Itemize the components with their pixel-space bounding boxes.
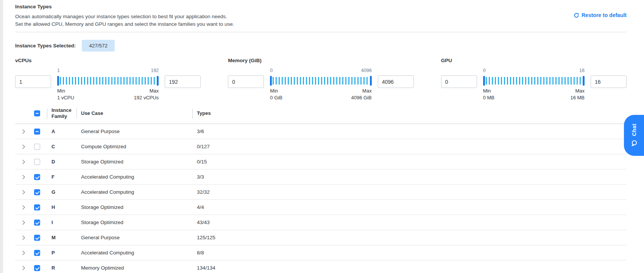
panel-header: Instance Types Ocean automatically manag… (15, 4, 627, 32)
select-all-checkbox[interactable] (34, 110, 40, 116)
max-label: Max (570, 88, 585, 94)
table-row: A General Purpose 3/6 (15, 124, 627, 139)
slider-min-value: 1 (57, 68, 60, 75)
header-checkbox-cell (30, 110, 47, 116)
instance-family-cell: G (47, 189, 76, 195)
types-cell: 32/32 (192, 189, 627, 195)
types-cell: 3/3 (192, 174, 627, 180)
instance-family-cell: D (47, 159, 76, 165)
instance-family-cell: I (47, 220, 76, 225)
slider-min-handle[interactable] (57, 76, 59, 86)
slider-track[interactable] (57, 76, 159, 86)
slider-min-handle[interactable] (270, 76, 272, 86)
slider-max-handle[interactable] (157, 76, 159, 86)
chat-bubble-icon (630, 140, 638, 147)
slider-title: Memory (GiB) (228, 58, 413, 63)
max-value-input[interactable] (591, 75, 627, 88)
restore-icon (574, 13, 579, 18)
slider-track[interactable] (483, 76, 585, 86)
slider-min-value: 0 (483, 68, 486, 75)
slider-max-handle[interactable] (370, 76, 372, 86)
table-row: P Accelerated Computing 8/8 (15, 245, 627, 260)
table-row: I Storage Optimized 43/43 (15, 215, 627, 230)
row-expander[interactable] (15, 176, 30, 179)
restore-to-default-link[interactable]: Restore to default (574, 12, 627, 18)
chevron-right-icon (20, 220, 25, 224)
min-value-input[interactable] (228, 75, 264, 88)
instance-family-cell: M (47, 235, 76, 240)
slider-ticks (60, 77, 156, 85)
chat-button-label: Chat (631, 124, 637, 136)
row-checkbox[interactable] (34, 189, 40, 195)
selected-summary: Instance Types Selected: 427/572 (15, 40, 627, 52)
min-caption: 0 GiB (270, 94, 282, 101)
table-row: G Accelerated Computing 32/32 (15, 185, 627, 200)
selected-label: Instance Types Selected: (15, 43, 76, 49)
chevron-right-icon (20, 190, 25, 194)
table-row: R Memory Optimized 134/134 (15, 260, 627, 273)
row-expander[interactable] (15, 267, 30, 270)
table-row: C Compute Optimized 0/127 (15, 139, 627, 154)
row-expander[interactable] (15, 191, 30, 194)
chevron-right-icon (20, 235, 25, 240)
row-checkbox[interactable] (34, 204, 40, 210)
column-header-types: Types (192, 108, 627, 119)
use-case-cell: General Purpose (76, 129, 192, 134)
row-expander[interactable] (15, 251, 30, 254)
instance-family-cell: H (47, 204, 76, 210)
slider-section: GPU 0 16 Min 0 MB (441, 58, 627, 101)
row-expander[interactable] (15, 130, 30, 133)
slider-ticks (486, 77, 582, 85)
types-cell: 0/15 (192, 159, 627, 165)
row-expander[interactable] (15, 221, 30, 224)
range-slider: 1 192 Min 1 vCPU Max 192 vCPUs (57, 68, 159, 101)
chevron-right-icon (20, 175, 25, 179)
slider-section: vCPUs 1 192 Min 1 vCPU (15, 58, 201, 101)
use-case-cell: Storage Optimized (76, 220, 192, 225)
types-cell: 43/43 (192, 220, 627, 225)
use-case-cell: Storage Optimized (76, 159, 192, 165)
row-expander[interactable] (15, 236, 30, 239)
min-caption: 0 MB (483, 94, 494, 101)
table-row: H Storage Optimized 4/4 (15, 200, 627, 215)
max-value-input[interactable] (165, 75, 201, 88)
chat-button[interactable]: Chat (624, 115, 644, 156)
row-expander[interactable] (15, 206, 30, 209)
types-cell: 4/4 (192, 204, 627, 210)
page-title: Instance Types (15, 4, 627, 9)
row-checkbox[interactable] (34, 265, 40, 271)
table-header-row: Instance Family Use Case Types (15, 103, 627, 124)
instance-family-cell: P (47, 250, 76, 256)
types-cell: 125/125 (192, 235, 627, 240)
header-divider (15, 32, 627, 32)
min-label: Min (483, 88, 494, 94)
types-cell: 134/134 (192, 265, 627, 271)
instance-family-table: Instance Family Use Case Types A General… (15, 103, 627, 273)
use-case-cell: Memory Optimized (76, 265, 192, 271)
instance-family-cell: C (47, 144, 76, 149)
row-checkbox[interactable] (34, 235, 40, 241)
max-value-input[interactable] (378, 75, 414, 88)
row-expander[interactable] (15, 160, 30, 163)
chevron-right-icon (20, 205, 25, 209)
types-cell: 0/127 (192, 144, 627, 149)
max-caption: 4096 GiB (351, 94, 371, 101)
row-checkbox[interactable] (34, 159, 40, 165)
page-left-edge (0, 0, 3, 273)
row-checkbox[interactable] (34, 220, 40, 226)
slider-min-handle[interactable] (483, 76, 485, 86)
row-expander[interactable] (15, 145, 30, 148)
range-slider: 0 4096 Min 0 GiB Max 4096 GiB (270, 68, 371, 101)
min-label: Min (57, 88, 74, 94)
row-checkbox[interactable] (34, 144, 40, 150)
row-checkbox[interactable] (34, 174, 40, 180)
table-row: D Storage Optimized 0/15 (15, 154, 627, 169)
max-caption: 192 vCPUs (134, 94, 159, 101)
slider-track[interactable] (270, 76, 371, 86)
instance-family-cell: R (47, 265, 76, 271)
row-checkbox[interactable] (34, 250, 40, 256)
slider-max-handle[interactable] (583, 76, 585, 86)
row-checkbox[interactable] (34, 129, 40, 135)
min-value-input[interactable] (15, 75, 51, 88)
min-value-input[interactable] (441, 75, 477, 88)
